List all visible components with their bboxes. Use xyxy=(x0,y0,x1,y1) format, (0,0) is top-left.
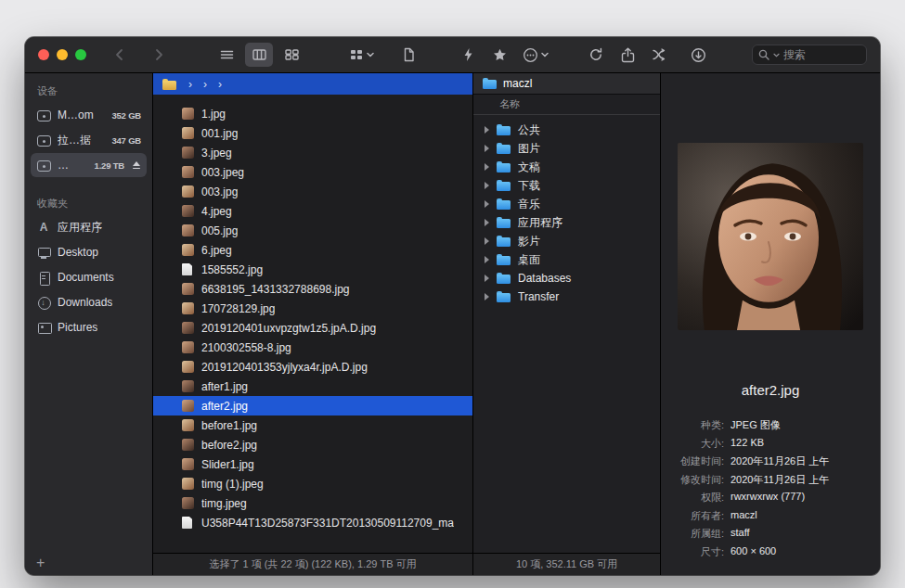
disclosure-triangle-icon[interactable] xyxy=(485,145,489,152)
folder-row[interactable]: 桌面 xyxy=(473,250,660,269)
folder-row[interactable]: 下载 xyxy=(473,176,660,195)
folder-row[interactable]: 图片 xyxy=(473,139,660,158)
file-row[interactable]: before1.jpg xyxy=(153,415,472,435)
sidebar-favorite-item[interactable]: Pictures xyxy=(31,315,147,339)
sidebar-item-size: 1.29 TB xyxy=(95,160,124,171)
gallery-view-button[interactable] xyxy=(278,43,305,67)
preview-pane: after2.jpg 种类: JPEG 图像 大小: 122 KB 创建时间: xyxy=(661,73,880,575)
disclosure-triangle-icon[interactable] xyxy=(485,163,489,171)
name-column-header[interactable]: 名称 xyxy=(473,95,660,115)
preview-filename: after2.jpg xyxy=(742,382,800,398)
download-button[interactable] xyxy=(687,43,709,67)
breadcrumb-segment[interactable] xyxy=(183,78,198,91)
folder-name: 文稿 xyxy=(518,160,540,175)
file-row[interactable]: 2019120401uxvpzgtw1z5.jpA.D.jpg xyxy=(153,318,472,338)
file-row[interactable]: 2019120401353yjlyxa4r.jpA.D.jpg xyxy=(153,357,472,377)
folder-icon xyxy=(497,198,511,210)
file-thumbnail-icon xyxy=(182,185,194,198)
folder-pane-header[interactable]: maczl xyxy=(473,73,660,95)
document-action-button[interactable] xyxy=(397,43,420,67)
gallery-view-icon xyxy=(284,47,300,62)
eject-icon[interactable] xyxy=(131,160,141,171)
folder-name: 音乐 xyxy=(518,197,540,212)
file-row[interactable]: 005.jpg xyxy=(153,221,472,240)
disclosure-triangle-icon[interactable] xyxy=(485,182,489,189)
sidebar-item-label: Documents xyxy=(58,271,114,284)
file-name: 001.jpg xyxy=(201,127,238,140)
sidebar-device-item[interactable]: … 1.29 TB xyxy=(31,153,147,177)
folder-icon xyxy=(497,291,511,302)
close-window-button[interactable] xyxy=(38,49,49,60)
file-row[interactable]: after2.jpg xyxy=(153,396,472,415)
file-row[interactable]: 003.jpeg xyxy=(153,162,472,182)
path-bar[interactable] xyxy=(153,73,472,95)
breadcrumb-segment[interactable] xyxy=(198,78,213,91)
file-row[interactable]: after1.jpg xyxy=(153,377,472,396)
file-row[interactable]: 2100302558-8.jpg xyxy=(153,338,472,357)
favorite-button[interactable] xyxy=(488,43,511,67)
list-view-button[interactable] xyxy=(213,43,240,67)
sidebar-favorite-item[interactable]: Documents xyxy=(31,265,147,289)
disclosure-triangle-icon[interactable] xyxy=(485,275,489,282)
file-row[interactable]: 1.jpg xyxy=(153,104,472,123)
search-field[interactable] xyxy=(752,45,867,65)
disclosure-triangle-icon[interactable] xyxy=(485,256,489,263)
folder-row[interactable]: Databases xyxy=(473,269,660,288)
quick-actions-button[interactable] xyxy=(457,43,479,67)
merge-arrows-button[interactable] xyxy=(648,43,670,67)
refresh-button[interactable] xyxy=(585,43,607,67)
disclosure-triangle-icon[interactable] xyxy=(485,200,489,208)
forward-button[interactable] xyxy=(148,43,170,67)
sidebar-favorite-item[interactable]: 应用程序 xyxy=(31,215,147,239)
sidebar-favorite-item[interactable]: Downloads xyxy=(31,290,147,314)
folder-row[interactable]: Transfer xyxy=(473,288,660,306)
file-row[interactable]: 170728129.jpg xyxy=(153,299,472,318)
file-row[interactable]: 1585552.jpg xyxy=(153,260,472,279)
file-row[interactable]: 003.jpg xyxy=(153,182,472,201)
sidebar-item-icon xyxy=(36,296,51,309)
folder-row[interactable]: 应用程序 xyxy=(473,213,660,232)
disclosure-triangle-icon[interactable] xyxy=(485,126,489,134)
file-row[interactable]: 001.jpg xyxy=(153,123,472,143)
sidebar-item-icon xyxy=(36,321,51,334)
group-by-button[interactable] xyxy=(346,43,377,67)
folder-icon xyxy=(162,79,176,90)
folder-icon xyxy=(497,217,511,228)
folder-row[interactable]: 公共 xyxy=(473,121,660,139)
file-row[interactable]: 4.jpeg xyxy=(153,201,472,221)
file-name: 2019120401353yjlyxa4r.jpA.D.jpg xyxy=(201,361,368,374)
more-options-button[interactable] xyxy=(520,43,551,67)
folder-row[interactable]: 文稿 xyxy=(473,158,660,176)
share-button[interactable] xyxy=(616,43,639,67)
minimize-window-button[interactable] xyxy=(57,49,68,60)
file-row[interactable]: before2.jpg xyxy=(153,435,472,454)
file-info-value: staff xyxy=(730,527,880,541)
sidebar-device-item[interactable]: 拉…据 347 GB xyxy=(31,128,147,152)
zoom-window-button[interactable] xyxy=(75,49,86,60)
file-row[interactable]: 6.jpeg xyxy=(153,240,472,260)
group-icon xyxy=(349,47,364,62)
column-view-button[interactable] xyxy=(245,43,273,67)
disclosure-triangle-icon[interactable] xyxy=(485,293,489,300)
file-thumbnail-icon xyxy=(182,244,194,256)
refresh-icon xyxy=(588,47,603,62)
disclosure-triangle-icon[interactable] xyxy=(485,237,489,245)
back-button[interactable] xyxy=(109,43,131,67)
disclosure-triangle-icon[interactable] xyxy=(485,219,489,226)
file-name: U358P44T13D25873F331DT20130509112709_ma xyxy=(201,517,454,530)
sidebar-favorites-list: 应用程序 Desktop Documents Downloads xyxy=(25,215,152,339)
file-row[interactable]: Slider1.jpg xyxy=(153,454,472,474)
breadcrumb-segment[interactable] xyxy=(213,78,227,91)
file-row[interactable]: 6638195_1431332788698.jpg xyxy=(153,279,472,299)
folder-row[interactable]: 音乐 xyxy=(473,195,660,213)
file-thumbnail-icon xyxy=(182,108,194,120)
folder-row[interactable]: 影片 xyxy=(473,232,660,250)
search-input[interactable] xyxy=(783,48,860,61)
add-button[interactable]: + xyxy=(36,556,45,570)
sidebar-device-item[interactable]: M…om 352 GB xyxy=(31,103,147,127)
sidebar-favorite-item[interactable]: Desktop xyxy=(31,240,147,264)
file-row[interactable]: 3.jpeg xyxy=(153,143,472,162)
file-row[interactable]: timg (1).jpeg xyxy=(153,474,472,493)
file-row[interactable]: timg.jpeg xyxy=(153,493,472,513)
file-row[interactable]: U358P44T13D25873F331DT20130509112709_ma xyxy=(153,513,472,532)
